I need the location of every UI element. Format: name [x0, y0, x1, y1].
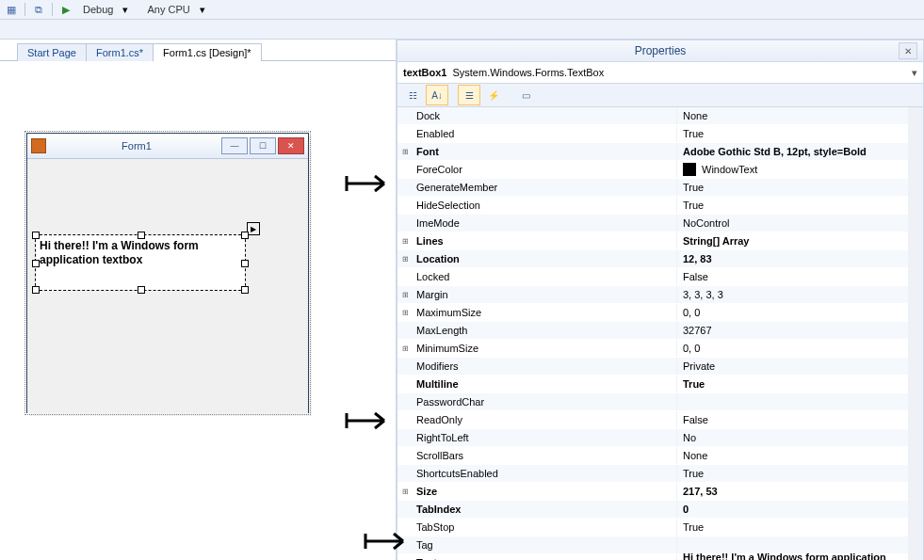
expand-icon[interactable]: ⊞ — [397, 340, 413, 357]
property-row[interactable]: ReadOnlyFalse — [397, 411, 908, 429]
property-value[interactable] — [677, 393, 908, 410]
document-tab[interactable]: Form1.cs* — [86, 43, 154, 61]
property-row[interactable]: ⊞Size217, 53 — [397, 483, 908, 501]
property-row[interactable]: RightToLeftNo — [397, 429, 908, 447]
resize-handle[interactable] — [241, 260, 249, 267]
resize-handle[interactable] — [32, 260, 40, 267]
property-row[interactable]: ModifiersPrivate — [397, 358, 908, 376]
property-row[interactable]: ⊞Margin3, 3, 3, 3 — [397, 286, 908, 304]
property-row[interactable]: HideSelectionTrue — [397, 197, 908, 215]
property-row[interactable]: ScrollBarsNone — [397, 447, 908, 465]
scrollbar[interactable] — [908, 107, 923, 560]
property-row[interactable]: DockNone — [397, 107, 908, 125]
property-value[interactable]: WindowText — [677, 161, 908, 178]
properties-object-selector[interactable]: textBox1 System.Windows.Forms.TextBox ▾ — [397, 62, 923, 84]
property-value[interactable]: Hi there!! I'm a Windows form applicatio… — [677, 554, 908, 560]
resize-handle[interactable] — [32, 232, 40, 239]
annotation-arrow-icon — [365, 532, 416, 551]
property-row[interactable]: GenerateMemberTrue — [397, 179, 908, 197]
property-value[interactable]: 0 — [677, 501, 908, 518]
property-row[interactable]: MaxLength32767 — [397, 322, 908, 340]
property-value[interactable]: 0, 0 — [677, 340, 908, 357]
property-row[interactable]: ⊞MaximumSize0, 0 — [397, 304, 908, 322]
expand-icon[interactable]: ⊞ — [397, 232, 413, 249]
property-value[interactable]: False — [677, 411, 908, 428]
run-icon[interactable]: ▶ — [58, 2, 73, 17]
properties-grid[interactable]: DockNoneEnabledTrue⊞FontAdobe Gothic Std… — [397, 107, 908, 560]
property-value[interactable]: No — [677, 429, 908, 446]
resize-handle[interactable] — [241, 286, 249, 294]
property-row[interactable]: ImeModeNoControl — [397, 215, 908, 232]
close-button[interactable]: ✕ — [278, 137, 304, 154]
property-row[interactable]: TabIndex0 — [397, 501, 908, 519]
panel-close-button[interactable]: ✕ — [899, 42, 917, 59]
toolbar-icon[interactable]: ▦ — [4, 2, 19, 17]
property-value[interactable]: 217, 53 — [677, 483, 908, 500]
property-value[interactable]: True — [677, 197, 908, 214]
property-value[interactable]: 32767 — [677, 322, 908, 339]
property-name: ShortcutsEnabled — [413, 465, 677, 482]
property-value[interactable]: Adobe Gothic Std B, 12pt, style=Bold — [677, 143, 908, 160]
property-row[interactable]: TabStopTrue — [397, 519, 908, 536]
property-name: Margin — [413, 286, 677, 303]
property-value[interactable]: True — [677, 125, 908, 142]
property-name: Locked — [413, 268, 677, 285]
property-value[interactable]: True — [677, 376, 908, 392]
expand-icon[interactable]: ⊞ — [397, 483, 413, 500]
property-value[interactable]: 0, 0 — [677, 304, 908, 321]
form-title: Form1 — [52, 140, 221, 152]
move-glyph-icon[interactable]: ▶ — [247, 222, 260, 235]
minimize-button[interactable]: — — [221, 137, 248, 154]
events-button[interactable]: ⚡ — [482, 85, 505, 105]
selected-textbox[interactable]: Hi there!! I'm a Windows form applicatio… — [35, 234, 246, 291]
resize-handle[interactable] — [138, 232, 145, 239]
properties-button[interactable]: ☰ — [458, 85, 480, 105]
property-value[interactable]: False — [677, 268, 908, 285]
property-row[interactable]: EnabledTrue — [397, 125, 908, 143]
property-value[interactable]: NoControl — [677, 215, 908, 232]
property-name: TabStop — [413, 519, 677, 536]
property-row[interactable]: ForeColorWindowText — [397, 161, 908, 179]
expand-icon[interactable]: ⊞ — [397, 143, 413, 160]
maximize-button[interactable]: ☐ — [250, 137, 276, 154]
property-pages-button[interactable]: ▭ — [514, 85, 537, 105]
resize-handle[interactable] — [138, 286, 145, 294]
expand-icon[interactable]: ⊞ — [397, 286, 413, 303]
property-value[interactable]: True — [677, 519, 908, 536]
toolbar-icon[interactable]: ⧉ — [31, 2, 46, 17]
property-row[interactable]: ⊞LinesString[] Array — [397, 232, 908, 250]
property-row[interactable]: PasswordChar — [397, 393, 908, 411]
property-value[interactable]: None — [677, 107, 908, 124]
platform-dropdown[interactable]: Any CPU — [143, 4, 193, 15]
dropdown-arrow-icon[interactable]: ⌄ — [896, 557, 904, 561]
property-row[interactable]: ⊞MinimumSize0, 0 — [397, 340, 908, 358]
form-designer-surface[interactable]: Form1 — ☐ ✕ Hi there!! I'm a Windows for… — [0, 61, 396, 560]
property-row[interactable]: TextHi there!! I'm a Windows form applic… — [397, 554, 908, 560]
form-client-area[interactable]: Hi there!! I'm a Windows form applicatio… — [27, 159, 308, 413]
property-value[interactable]: String[] Array — [677, 232, 908, 249]
document-tab[interactable]: Start Page — [17, 43, 87, 61]
property-value[interactable]: Private — [677, 358, 908, 375]
resize-handle[interactable] — [32, 286, 40, 294]
expand-icon[interactable]: ⊞ — [397, 304, 413, 321]
property-value[interactable]: True — [677, 179, 908, 196]
configuration-dropdown[interactable]: Debug — [79, 4, 117, 15]
expand-icon[interactable]: ⊞ — [397, 250, 413, 267]
document-tab[interactable]: Form1.cs [Design]* — [153, 43, 262, 61]
property-row[interactable]: LockedFalse — [397, 268, 908, 286]
form-window[interactable]: Form1 — ☐ ✕ Hi there!! I'm a Windows for… — [26, 133, 309, 413]
property-row[interactable]: MultilineTrue — [397, 376, 908, 393]
property-value[interactable]: 12, 83 — [677, 250, 908, 267]
property-row[interactable]: ⊞FontAdobe Gothic Std B, 12pt, style=Bol… — [397, 143, 908, 161]
property-value[interactable]: None — [677, 447, 908, 464]
alphabetical-view-button[interactable]: A↓ — [426, 85, 448, 105]
categorized-view-button[interactable]: ☷ — [401, 85, 424, 105]
property-value-text: True — [683, 521, 704, 533]
resize-handle[interactable] — [241, 232, 249, 239]
property-value[interactable]: 3, 3, 3, 3 — [677, 286, 908, 303]
property-value[interactable]: True — [677, 465, 908, 482]
property-value-text: 0, 0 — [683, 343, 700, 354]
property-row[interactable]: ShortcutsEnabledTrue — [397, 465, 908, 483]
property-row[interactable]: ⊞Location12, 83 — [397, 250, 908, 268]
dropdown-arrow-icon[interactable]: ▾ — [912, 67, 917, 79]
